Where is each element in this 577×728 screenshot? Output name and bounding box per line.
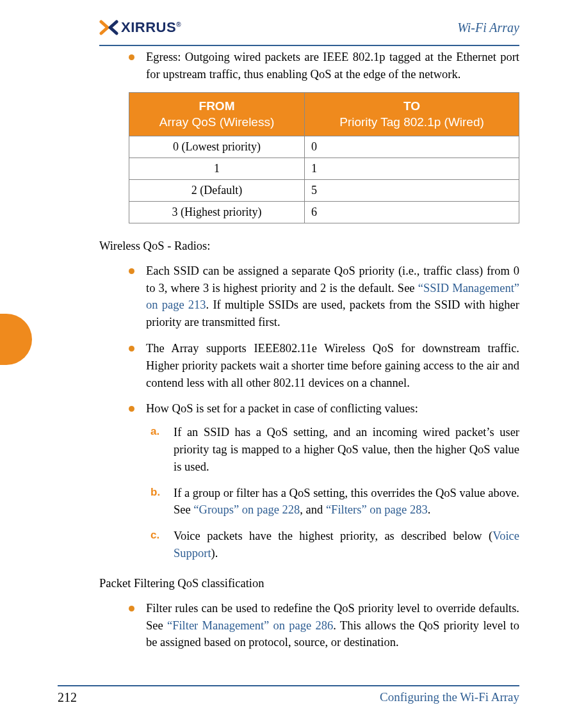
bullet-icon [129, 606, 134, 611]
table-row: 1 1 [129, 158, 519, 179]
sublist-label: a. [150, 424, 163, 475]
page-side-tab [0, 314, 32, 365]
cell-to: 6 [305, 201, 519, 223]
table-header-to: TO Priority Tag 802.1p (Wired) [305, 92, 519, 136]
table-row: 0 (Lowest priority) 0 [129, 136, 519, 158]
xref-link[interactable]: “Filters” on page 283 [326, 503, 428, 516]
body-text: If an SSID has a QoS setting, and an inc… [174, 424, 519, 475]
page-footer: 212 Configuring the Wi-Fi Array [58, 685, 519, 705]
sublist-item-b: b. If a group or filter has a QoS settin… [150, 485, 519, 519]
table-row: 2 (Default) 5 [129, 179, 519, 201]
page-header: XIRRUS® Wi-Fi Array [99, 19, 519, 36]
ordered-sublist: a. If an SSID has a QoS setting, and an … [150, 424, 519, 562]
cell-to: 0 [305, 136, 519, 158]
list-item: Egress: Outgoing wired packets are IEEE … [129, 49, 519, 83]
cell-to: 5 [305, 179, 519, 201]
brand-logo: XIRRUS® [99, 19, 181, 36]
bullet-icon [129, 268, 134, 274]
section-heading: Packet Filtering QoS classification [99, 575, 519, 592]
list-item: Filter rules can be used to redefine the… [129, 600, 519, 651]
body-text: How QoS is set for a packet in case of c… [146, 400, 519, 417]
bullet-icon [129, 54, 134, 60]
bullet-icon [129, 346, 134, 352]
cell-from: 0 (Lowest priority) [129, 136, 305, 158]
body-text: Egress: Outgoing wired packets are IEEE … [146, 49, 519, 83]
body-text: Each SSID can be assigned a separate QoS… [146, 263, 519, 331]
list-item: The Array supports IEEE802.11e Wireless … [129, 340, 519, 391]
footer-rule [58, 685, 519, 686]
cell-from: 3 (Highest priority) [129, 201, 305, 223]
brand-logo-icon [99, 20, 118, 35]
list-item: How QoS is set for a packet in case of c… [129, 400, 519, 417]
body-text: Voice packets have the highest priority,… [174, 528, 519, 562]
qos-mapping-table: FROM Array QoS (Wireless) TO Priority Ta… [129, 92, 519, 223]
sublist-label: c. [150, 528, 163, 562]
cell-from: 2 (Default) [129, 179, 305, 201]
list-item: Each SSID can be assigned a separate QoS… [129, 263, 519, 331]
page-number: 212 [58, 690, 77, 705]
body-text: The Array supports IEEE802.11e Wireless … [146, 340, 519, 391]
table-header-from: FROM Array QoS (Wireless) [129, 92, 305, 136]
document-title: Wi-Fi Array [457, 20, 519, 35]
xref-link[interactable]: “Filter Management” on page 286 [167, 619, 333, 632]
sublist-item-a: a. If an SSID has a QoS setting, and an … [150, 424, 519, 475]
cell-to: 1 [305, 158, 519, 179]
cell-from: 1 [129, 158, 305, 179]
body-text: Filter rules can be used to redefine the… [146, 600, 519, 651]
bullet-icon [129, 406, 134, 412]
body-text: If a group or filter has a QoS setting, … [174, 485, 519, 519]
footer-section-title: Configuring the Wi-Fi Array [380, 690, 519, 705]
sublist-item-c: c. Voice packets have the highest priori… [150, 528, 519, 562]
header-rule [99, 45, 519, 46]
section-heading: Wireless QoS - Radios: [99, 238, 519, 255]
xref-link[interactable]: “Groups” on page 228 [193, 503, 300, 516]
sublist-label: b. [150, 485, 163, 519]
table-row: 3 (Highest priority) 6 [129, 201, 519, 223]
brand-logo-text: XIRRUS® [121, 19, 181, 36]
